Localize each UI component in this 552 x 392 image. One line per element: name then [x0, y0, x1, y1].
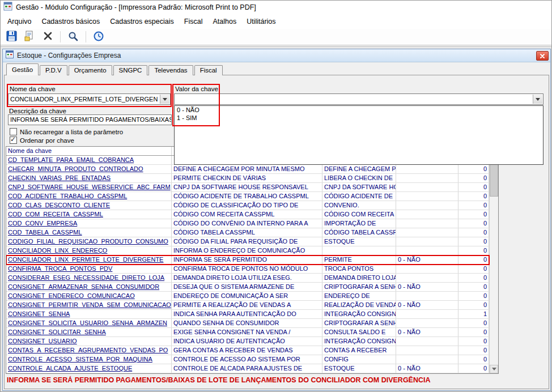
table-cell: CÓDIGO TABELA CASSPML: [172, 228, 322, 237]
search-button[interactable]: [66, 30, 80, 44]
dropdown-option[interactable]: 0 - NÃO: [175, 106, 543, 114]
table-cell: 0: [458, 319, 489, 327]
table-cell: CÓDIGO ACIDENTE DE TRABALHO CASSPML: [172, 192, 322, 201]
table-row[interactable]: CHECAR_MINUTA_PRODUTO_CONTROLADODEFINE A…: [6, 165, 489, 174]
scroll-down-arrow[interactable]: [490, 365, 498, 373]
table-cell: REALIZAÇÃO DE VENDAS A: [322, 301, 396, 309]
table-cell: CONSIGNET_SENHA: [6, 310, 172, 318]
table-cell: 0 - NÃO: [396, 364, 458, 373]
table-row[interactable]: CONSIGNET_ARMAZENAR_SENHA_CONSUMIDORDESE…: [6, 283, 489, 292]
table-row[interactable]: CONSIGNET_PERMITIR_VENDA_SEM_COMUNICACAO…: [6, 301, 489, 310]
grid-body: CD_TEMPLATE_PARA_EMAIL_COBRANCACHECAR_MI…: [6, 156, 489, 373]
table-cell: CRIPTOGRAFAR A SENHA: [322, 319, 396, 327]
table-cell: [396, 346, 458, 355]
tab-televendas[interactable]: Televendas: [148, 65, 193, 75]
checkbox-box[interactable]: [10, 137, 17, 144]
table-cell: GERA CONTAS A RECEBER DE VENDAS: [172, 346, 322, 355]
delete-x-icon: [44, 32, 52, 42]
app-title: Gestão - Módulo Configuração - [Impresso…: [16, 3, 256, 11]
table-cell: 0: [458, 283, 489, 291]
table-row[interactable]: CONCILIADOR_LINX_ENDEREÇOINFORMA O ENDER…: [6, 246, 489, 255]
table-row[interactable]: CONTROLE_ALCADA_AJUSTE_ESTOQUECONTROLE D…: [6, 364, 489, 373]
description-field[interactable]: INFORMA SE SERÁ PERMITIDO PAGAMENTOS/BAI…: [8, 114, 172, 125]
table-row[interactable]: CONCILIADOR_LINX_PERMITE_LOTE_DIVERGENTE…: [6, 255, 489, 265]
table-row[interactable]: CONTROLE_ACESSO_SISTEMA_POR_MAQUINACONTR…: [6, 355, 489, 364]
menu-item-cadastros-especiais[interactable]: Cadastros especiais: [105, 15, 179, 28]
key-value-combobox[interactable]: [174, 93, 543, 105]
chevron-down-icon[interactable]: [160, 95, 169, 104]
checkbox-order-by-key[interactable]: Ordenar por chave: [10, 137, 74, 144]
vertical-scrollbar[interactable]: [489, 147, 498, 373]
table-cell: CONCILIADOR_LINX_ENDEREÇO: [6, 246, 172, 255]
table-cell: [396, 165, 458, 173]
table-cell: 0 - NÃO: [396, 328, 458, 336]
table-cell: CRIPTOGRAFAR A SENHA: [322, 283, 396, 291]
dialog-titlebar[interactable]: Estoque - Configurações Empresa: [3, 49, 550, 62]
table-cell: 0: [458, 265, 489, 273]
grid-header-cell[interactable]: Nome da chave: [6, 147, 172, 155]
table-cell: LIBERA O CHECKIN DE: [322, 174, 396, 182]
table-row[interactable]: CONSIGNET_SENHAINDICA SENHA PARA AUTENTI…: [6, 310, 489, 319]
key-value-label: Valor da chave: [175, 86, 218, 92]
table-cell: CONTROLE DE ALCADA PARA AJUSTES DE: [172, 364, 322, 373]
tab-p-d-v[interactable]: P.D.V: [40, 65, 67, 75]
table-cell: COD_ACIDENTE_TRABALHO_CASSPML: [6, 192, 172, 201]
close-button[interactable]: [536, 51, 549, 61]
menu-item-utilitários[interactable]: Utilitários: [241, 15, 281, 28]
menu-item-atalhos[interactable]: Atalhos: [207, 15, 241, 28]
table-cell: 0: [458, 292, 489, 300]
menu-item-cadastros-básicos[interactable]: Cadastros básicos: [36, 15, 105, 28]
table-row[interactable]: CODIGO_FILIAL_REQUISICAO_PRODUTO_CONSUMO…: [6, 237, 489, 246]
table-cell: 0: [458, 364, 489, 373]
table-cell: CONTAS_A_RECEBER_AGRUPAMENTO_VENDAS_PO: [6, 346, 172, 355]
table-cell: [396, 274, 458, 282]
table-row[interactable]: CONTAS_A_RECEBER_AGRUPAMENTO_VENDAS_POGE…: [6, 346, 489, 355]
table-row[interactable]: CONSIDERAR_ESEG_NECESSIDADE_DIRETO_LOJAD…: [6, 274, 489, 283]
save-button[interactable]: [4, 30, 19, 44]
table-cell: INDICA SENHA PARA AUTENTICAÇÃO DO: [172, 310, 322, 318]
table-cell: 0: [458, 237, 489, 246]
table-row[interactable]: COD_ACIDENTE_TRABALHO_CASSPMLCÓDIGO ACID…: [6, 192, 489, 201]
table-row[interactable]: CONFIRMA_TROCA_PONTOS_PDVCONFIRMA TROCA …: [6, 265, 489, 274]
delete-button[interactable]: [40, 30, 55, 44]
description-label: Descrição da chave: [9, 108, 66, 114]
tab-strip: GestãoP.D.VOrçamentoSNGPCTelevendasFisca…: [6, 64, 224, 75]
table-row[interactable]: COD_TABELA_CASSPMLCÓDIGO TABELA CASSPMLC…: [6, 228, 489, 237]
table-cell: PERMITE: [322, 255, 396, 264]
copy-button[interactable]: [22, 30, 37, 44]
table-row[interactable]: COD_CONV_EMPRESACÓDIGO DO CONVÊNIO DA IN…: [6, 219, 489, 228]
table-row[interactable]: COD_COM_RECEITA_CASSPMLCÓDIGO COM RECEIT…: [6, 210, 489, 219]
search-icon: [68, 31, 78, 43]
key-name-combobox[interactable]: CONCILIADOR_LINX_PERMITE_LOTE_DIVERGEN: [8, 93, 171, 105]
checkbox-box[interactable]: [10, 128, 17, 135]
table-cell: CONTROLE_ACESSO_SISTEMA_POR_MAQUINA: [6, 355, 172, 364]
clock-button[interactable]: [91, 30, 106, 44]
table-row[interactable]: COD_CLAS_DESCONTO_CLIENTECÓDIGO DE CLASS…: [6, 201, 489, 210]
table-row[interactable]: CNPJ_SOFTWARE_HOUSE_WEBSERVICE_ABC_FARMC…: [6, 183, 489, 192]
table-row[interactable]: CONSIGNET_ENDERECO_COMUNICACAOENDEREÇO D…: [6, 292, 489, 301]
close-icon: [540, 50, 545, 61]
chevron-down-icon[interactable]: [533, 95, 542, 104]
table-row[interactable]: CONSIGNET_USUARIOINDICA USUÁRIO DE AUTEN…: [6, 337, 489, 346]
table-cell: 0: [458, 337, 489, 346]
tab-gest-o[interactable]: Gestão: [6, 63, 39, 75]
key-name-value: CONCILIADOR_LINX_PERMITE_LOTE_DIVERGEN: [10, 94, 159, 104]
tab-or-amento[interactable]: Orçamento: [69, 65, 112, 75]
table-row[interactable]: CONSIGNET_SOLICITAR_SENHAEXIGE SENHA CON…: [6, 328, 489, 337]
table-cell: ENDEREÇO DE: [322, 292, 396, 300]
table-row[interactable]: CONSIGNET_SOLICITA_USUARIO_SENHA_ARMAZEN…: [6, 319, 489, 328]
menu-item-fiscal[interactable]: Fiscal: [179, 15, 208, 28]
checkbox-no-reload-param[interactable]: Não recarregar a lista de parâmetro: [10, 128, 123, 135]
menu-item-arquivo[interactable]: Arquivo: [2, 15, 36, 28]
tab-sngpc[interactable]: SNGPC: [113, 65, 148, 75]
table-cell: [396, 201, 458, 210]
table-cell: CONTROLE_ALCADA_AJUSTE_ESTOQUE: [6, 364, 172, 373]
table-cell: DEFINE A CHECAGEM POR: [322, 165, 396, 173]
table-cell: [396, 265, 458, 273]
tab-fiscal[interactable]: Fiscal: [194, 65, 223, 75]
table-row[interactable]: CHECKIN_VARIAS_PRE_ENTADASPERMITE CHECKI…: [6, 174, 489, 183]
table-cell: CNPJ DA SOFTWARE HOUSE RESPONSAVEL: [172, 183, 322, 191]
table-cell: 0 - NÃO: [396, 283, 458, 291]
dropdown-option[interactable]: 1 - SIM: [175, 114, 543, 122]
clock-icon: [94, 31, 104, 43]
